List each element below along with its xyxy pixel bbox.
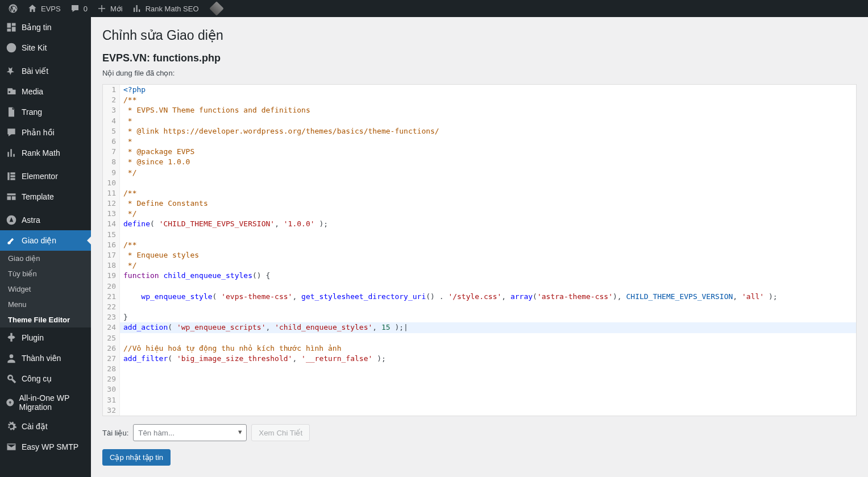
code-line[interactable]: 30 — [103, 384, 856, 395]
menu-item-bảng-tin[interactable]: Bảng tin — [0, 17, 91, 38]
code-content[interactable] — [120, 178, 123, 188]
submenu-item-tùy-biến[interactable]: Tùy biến — [0, 266, 91, 281]
menu-item-công-cụ[interactable]: Công cụ — [0, 368, 91, 389]
code-line[interactable]: 8 * @since 1.0.0 — [103, 157, 856, 167]
code-content[interactable] — [120, 364, 123, 374]
code-line[interactable]: 18 */ — [103, 260, 856, 271]
code-content[interactable]: * — [120, 136, 132, 147]
menu-item-template[interactable]: Template — [0, 186, 91, 207]
code-line[interactable]: 2/** — [103, 95, 856, 105]
menu-label: Elementor — [22, 172, 58, 181]
code-content[interactable] — [120, 395, 123, 405]
code-content[interactable]: function child_enqueue_styles() { — [120, 271, 270, 281]
code-line[interactable]: 20 — [103, 281, 856, 292]
submenu-item-widget[interactable]: Widget — [0, 281, 91, 297]
code-content[interactable]: add_filter( 'big_image_size_threshold', … — [120, 354, 386, 364]
code-content[interactable]: * EVPS.VN Theme functions and definition… — [120, 105, 310, 115]
code-line[interactable]: 15 — [103, 230, 856, 240]
code-content[interactable]: * Enqueue styles — [120, 250, 199, 260]
function-select[interactable]: Tên hàm... — [133, 424, 247, 441]
site-link[interactable]: EVPS — [23, 0, 65, 17]
code-line[interactable]: 13 */ — [103, 209, 856, 219]
main-content: Chỉnh sửa Giao diện EVPS.VN: functions.p… — [91, 17, 868, 477]
comments-link[interactable]: 0 — [65, 0, 92, 17]
code-line[interactable]: 1<?php — [103, 85, 856, 95]
menu-item-all-in-one-wp-migration[interactable]: All-in-One WP Migration — [0, 389, 91, 416]
code-line[interactable]: 24add_action( 'wp_enqueue_scripts', 'chi… — [103, 322, 856, 333]
code-content[interactable] — [120, 384, 123, 395]
code-content[interactable]: */ — [120, 209, 136, 219]
code-line[interactable]: 16/** — [103, 240, 856, 250]
code-content[interactable]: * @link https://developer.wordpress.org/… — [120, 126, 439, 136]
code-content[interactable] — [120, 374, 123, 384]
menu-item-elementor[interactable]: Elementor — [0, 166, 91, 186]
code-line[interactable]: 9 */ — [103, 168, 856, 178]
menu-item-giao-diện[interactable]: Giao diện — [0, 230, 91, 251]
code-line[interactable]: 22 — [103, 302, 856, 312]
code-line[interactable]: 19function child_enqueue_styles() { — [103, 271, 856, 281]
code-content[interactable] — [120, 230, 123, 240]
menu-item-easy-wp-smtp[interactable]: Easy WP SMTP — [0, 437, 91, 457]
menu-item-thành-viên[interactable]: Thành viên — [0, 348, 91, 368]
code-line[interactable]: 28 — [103, 364, 856, 374]
new-content[interactable]: Mới — [92, 0, 127, 17]
view-details-button[interactable]: Xem Chi Tiết — [251, 424, 310, 441]
code-line[interactable]: 25 — [103, 333, 856, 343]
submenu-item-theme-file-editor[interactable]: Theme File Editor — [0, 312, 91, 327]
menu-item-rank-math[interactable]: Rank Math — [0, 143, 91, 163]
submenu-item-menu[interactable]: Menu — [0, 297, 91, 312]
line-number: 18 — [103, 260, 120, 271]
code-line[interactable]: 12 * Define Constants — [103, 198, 856, 209]
code-line[interactable]: 27add_filter( 'big_image_size_threshold'… — [103, 354, 856, 364]
code-content[interactable]: * — [120, 116, 132, 126]
code-line[interactable]: 5 * @link https://developer.wordpress.or… — [103, 126, 856, 136]
menu-item-phản-hồi[interactable]: Phản hồi — [0, 122, 91, 143]
menu-item-trang[interactable]: Trang — [0, 102, 91, 122]
code-content[interactable]: /** — [120, 188, 136, 198]
code-line[interactable]: 26//Vô hiệu hoá tự động thu nhỏ kích thư… — [103, 343, 856, 354]
code-content[interactable]: //Vô hiệu hoá tự động thu nhỏ kích thước… — [120, 343, 342, 354]
code-line[interactable]: 3 * EVPS.VN Theme functions and definiti… — [103, 105, 856, 115]
code-line[interactable]: 21 wp_enqueue_style( 'evps-theme-css', g… — [103, 292, 856, 302]
code-content[interactable]: define( 'CHILD_THEME_EVPS_VERSION', '1.0… — [120, 219, 328, 229]
code-content[interactable]: add_action( 'wp_enqueue_scripts', 'child… — [120, 322, 408, 333]
code-content[interactable]: } — [120, 312, 128, 322]
submenu-item-giao-diện[interactable]: Giao diện — [0, 251, 91, 266]
menu-item-plugin[interactable]: Plugin — [0, 327, 91, 348]
code-editor[interactable]: 1<?php2/**3 * EVPS.VN Theme functions an… — [102, 84, 857, 416]
code-line[interactable]: 6 * — [103, 136, 856, 147]
code-content[interactable]: */ — [120, 168, 136, 178]
line-number: 4 — [103, 116, 120, 126]
code-content[interactable] — [120, 405, 123, 416]
code-line[interactable]: 10 — [103, 178, 856, 188]
code-content[interactable]: * @package EVPS — [120, 147, 194, 157]
code-line[interactable]: 4 * — [103, 116, 856, 126]
code-content[interactable]: * Define Constants — [120, 198, 208, 209]
code-content[interactable]: /** — [120, 240, 136, 250]
cache-menu[interactable] — [203, 0, 230, 17]
code-line[interactable]: 31 — [103, 395, 856, 405]
code-content[interactable]: * @since 1.0.0 — [120, 157, 190, 167]
code-line[interactable]: 14define( 'CHILD_THEME_EVPS_VERSION', '1… — [103, 219, 856, 229]
code-line[interactable]: 11/** — [103, 188, 856, 198]
rankmath-menu[interactable]: Rank Math SEO — [127, 0, 203, 17]
code-content[interactable] — [120, 302, 123, 312]
menu-item-cài-đặt[interactable]: Cài đặt — [0, 416, 91, 437]
code-line[interactable]: 7 * @package EVPS — [103, 147, 856, 157]
code-content[interactable] — [120, 281, 123, 292]
code-content[interactable] — [120, 333, 123, 343]
update-file-button[interactable]: Cập nhật tập tin — [102, 449, 171, 466]
code-line[interactable]: 29 — [103, 374, 856, 384]
code-line[interactable]: 17 * Enqueue styles — [103, 250, 856, 260]
code-line[interactable]: 23} — [103, 312, 856, 322]
menu-item-media[interactable]: Media — [0, 81, 91, 102]
menu-item-site-kit[interactable]: Site Kit — [0, 38, 91, 58]
code-content[interactable]: /** — [120, 95, 136, 105]
code-content[interactable]: wp_enqueue_style( 'evps-theme-css', get_… — [120, 292, 778, 302]
code-content[interactable]: */ — [120, 260, 136, 271]
code-line[interactable]: 32 — [103, 405, 856, 416]
code-content[interactable]: <?php — [120, 85, 146, 95]
wp-logo[interactable] — [3, 0, 23, 17]
menu-item-astra[interactable]: Astra — [0, 210, 91, 230]
menu-item-bài-viết[interactable]: Bài viết — [0, 61, 91, 81]
